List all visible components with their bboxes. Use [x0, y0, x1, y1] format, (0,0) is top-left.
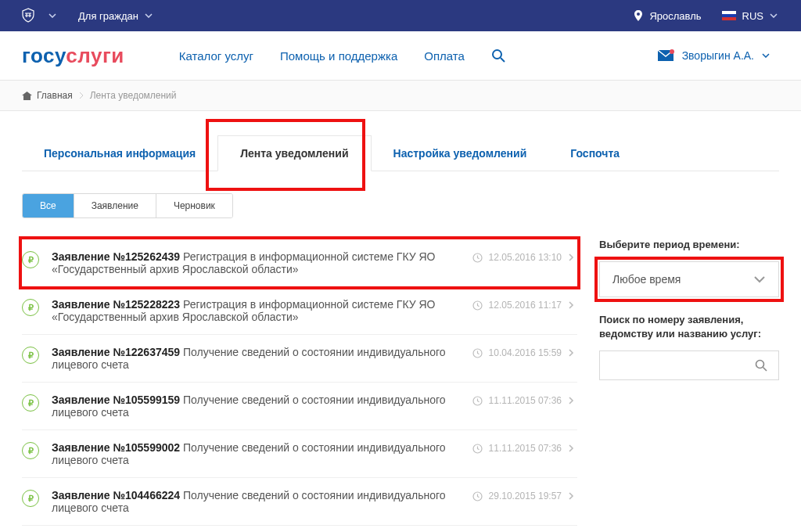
clock-icon — [472, 396, 483, 406]
notification-date: 29.10.2015 19:57 — [489, 491, 562, 501]
clock-icon — [472, 348, 483, 358]
clock-icon — [472, 253, 483, 263]
search-icon[interactable] — [755, 359, 767, 372]
notification-meta: 11.11.2015 07:36 — [472, 395, 574, 406]
period-label: Выберите период времени: — [599, 239, 779, 250]
chevron-right-icon — [568, 491, 574, 501]
audience-label: Для граждан — [78, 10, 138, 22]
svg-point-9 — [756, 361, 764, 368]
tab-settings[interactable]: Настройка уведомлений — [372, 136, 549, 171]
period-value: Любое время — [612, 273, 681, 286]
svg-line-1 — [501, 58, 505, 62]
sidebar-search[interactable] — [599, 350, 779, 380]
filter-pills: Все Заявление Черновик — [22, 193, 779, 218]
chevron-right-icon — [568, 444, 574, 453]
breadcrumb-home[interactable]: Главная — [22, 90, 73, 101]
notification-meta: 11.11.2015 07:36 — [472, 443, 574, 454]
breadcrumb-current: Лента уведомлений — [90, 90, 177, 101]
breadcrumb-sep-icon — [79, 92, 84, 99]
nav-help[interactable]: Помощь и поддержка — [280, 49, 397, 63]
notification-item[interactable]: ₽Заявление №105599002 Получение сведений… — [22, 430, 577, 478]
notification-item[interactable]: ₽Заявление №125262439 Регистрация в инфо… — [22, 239, 577, 287]
nav-payment[interactable]: Оплата — [424, 49, 465, 63]
svg-line-10 — [763, 368, 767, 372]
audience-switch[interactable]: Для граждан — [78, 10, 153, 22]
logo-part1: госу — [22, 44, 66, 67]
pin-icon — [634, 10, 643, 21]
search-label: Поиск по номеру заявления, ведомству или… — [599, 313, 779, 341]
chevron-down-icon — [145, 13, 153, 18]
notification-body: Заявление №105599159 Получение сведений … — [52, 394, 460, 419]
notification-body: Заявление №104466224 Получение сведений … — [52, 489, 460, 514]
notification-meta: 12.05.2016 13:10 — [472, 252, 574, 263]
svg-point-0 — [493, 50, 501, 59]
notification-body: Заявление №105599002 Получение сведений … — [52, 441, 460, 466]
lang-switch[interactable]: RUS — [722, 10, 778, 22]
tab-gospochta[interactable]: Госпочта — [548, 136, 641, 171]
notification-title: Заявление №105599002 — [52, 441, 183, 454]
filter-draft[interactable]: Черновик — [156, 194, 232, 217]
notification-date: 11.11.2015 07:36 — [489, 443, 562, 454]
chevron-down-icon[interactable] — [48, 13, 56, 18]
ruble-icon: ₽ — [22, 347, 39, 364]
ruble-icon: ₽ — [22, 394, 39, 412]
main-nav: Каталог услуг Помощь и поддержка Оплата — [179, 49, 505, 63]
notification-item[interactable]: ₽Заявление №125228223 Регистрация в инфо… — [22, 287, 577, 335]
sidebar: Выберите период времени: Любое время Пои… — [599, 239, 779, 380]
topbar: Для граждан Ярославль RUS — [0, 0, 801, 31]
chevron-down-icon — [753, 275, 766, 283]
section-tabs: Персональная информация Лента уведомлени… — [22, 135, 779, 171]
tab-feed[interactable]: Лента уведомлений — [217, 135, 371, 171]
ruble-icon: ₽ — [22, 442, 39, 459]
notification-item[interactable]: ₽Заявление №122637459 Получение сведений… — [22, 335, 577, 383]
header: госуслуги Каталог услуг Помощь и поддерж… — [0, 31, 801, 81]
breadcrumb-bar: Главная Лента уведомлений — [0, 81, 801, 111]
period-select[interactable]: Любое время — [599, 261, 779, 297]
tab-personal[interactable]: Персональная информация — [22, 136, 217, 171]
logo-part2: слуги — [66, 44, 124, 67]
user-menu[interactable]: Зворыгин А.А. — [657, 49, 770, 62]
notifications-list: ₽Заявление №125262439 Регистрация в инфо… — [22, 239, 577, 526]
clock-icon — [472, 444, 483, 454]
ruble-icon: ₽ — [22, 299, 39, 316]
notification-title: Заявление №125228223 — [52, 298, 183, 311]
notification-title: Заявление №104466224 — [52, 489, 183, 501]
home-icon — [22, 92, 32, 100]
filter-application[interactable]: Заявление — [74, 194, 156, 217]
notification-body: Заявление №122637459 Получение сведений … — [52, 346, 460, 371]
emblem-icon — [19, 6, 38, 25]
notification-body: Заявление №125228223 Регистрация в инфор… — [52, 298, 460, 323]
notification-title: Заявление №105599159 — [52, 394, 183, 406]
mail-icon — [657, 49, 674, 62]
flag-icon — [722, 11, 736, 20]
notification-meta: 10.04.2016 15:59 — [472, 347, 574, 358]
city-switch[interactable]: Ярославль — [634, 10, 701, 22]
nav-catalog[interactable]: Каталог услуг — [179, 49, 253, 63]
chevron-right-icon — [568, 253, 574, 262]
chevron-right-icon — [568, 300, 574, 310]
notification-body: Заявление №125262439 Регистрация в инфор… — [52, 250, 460, 275]
ruble-icon: ₽ — [22, 251, 39, 268]
chevron-right-icon — [568, 396, 574, 405]
chevron-down-icon — [762, 53, 770, 58]
main: Персональная информация Лента уведомлени… — [0, 111, 801, 532]
user-name: Зворыгин А.А. — [682, 49, 754, 62]
ruble-icon: ₽ — [22, 490, 39, 507]
clock-icon — [472, 491, 483, 501]
logo[interactable]: госуслуги — [22, 44, 124, 68]
search-icon[interactable] — [491, 49, 505, 63]
chevron-right-icon — [568, 348, 574, 358]
notification-title: Заявление №125262439 — [52, 250, 183, 263]
lang-label: RUS — [742, 10, 763, 22]
notification-date: 12.05.2016 13:10 — [489, 252, 562, 263]
city-label: Ярославль — [649, 10, 701, 22]
notification-title: Заявление №122637459 — [52, 346, 183, 358]
filter-all[interactable]: Все — [23, 194, 74, 217]
notification-date: 10.04.2016 15:59 — [489, 347, 562, 358]
notification-meta: 12.05.2016 11:17 — [472, 300, 574, 311]
notification-date: 11.11.2015 07:36 — [489, 395, 562, 406]
svg-point-2 — [670, 49, 674, 54]
notification-item[interactable]: ₽Заявление №105599159 Получение сведений… — [22, 383, 577, 430]
sidebar-search-input[interactable] — [611, 360, 755, 372]
notification-item[interactable]: ₽Заявление №104466224 Получение сведений… — [22, 478, 577, 526]
